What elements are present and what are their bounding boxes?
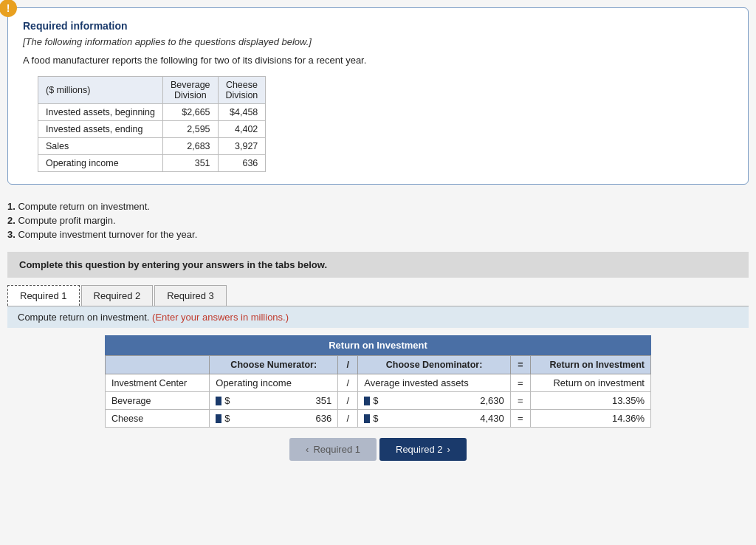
cheese-eq: = — [510, 410, 530, 428]
row-label: Invested assets, ending — [38, 121, 163, 138]
table-row: Invested assets, beginning $2,665 $4,458 — [38, 104, 266, 121]
beverage-divider: / — [338, 392, 358, 410]
tab-required-1[interactable]: Required 1 — [7, 285, 80, 306]
complete-banner: Complete this question by entering your … — [7, 252, 749, 278]
beverage-row: Beverage $ 351 / $ 2,630 — [106, 392, 651, 410]
question-3: 3. Compute investment turnover for the y… — [7, 229, 749, 240]
cheese-numerator-flag — [216, 414, 221, 423]
question-1: 1. Compute return on investment. — [7, 201, 749, 212]
beverage-denominator-dollar: $ — [373, 395, 378, 406]
tab-required-2[interactable]: Required 2 — [81, 285, 154, 306]
unit-label-header: ($ millions) — [38, 77, 163, 104]
roi-table-wrapper: Return on Investment Choose Numerator: /… — [105, 335, 651, 428]
cheese-value: 3,927 — [218, 138, 266, 155]
col-header-denominator: Choose Denominator: — [358, 356, 510, 374]
next-label: Required 2 — [396, 444, 443, 455]
beverage-denominator-flag — [364, 397, 370, 405]
beverage-numerator: $ 351 — [210, 392, 338, 410]
header-row-result: Return on investment — [530, 374, 650, 392]
cheese-denominator-value: 4,430 — [382, 413, 504, 424]
prev-label: Required 1 — [313, 444, 360, 455]
tabs-container: Required 1 Required 2 Required 3 — [7, 278, 749, 306]
roi-header-row: Investment Center Operating income / Ave… — [106, 374, 651, 392]
col-header-label — [106, 356, 210, 374]
cheese-divider: / — [338, 410, 358, 428]
row-label: Operating income — [38, 155, 163, 172]
cheese-numerator: $ 636 — [210, 410, 338, 428]
beverage-division-header: BeverageDivision — [163, 77, 219, 104]
warning-icon: ! — [0, 0, 17, 17]
row-label: Invested assets, beginning — [38, 104, 163, 121]
table-row: Invested assets, ending 2,595 4,402 — [38, 121, 266, 138]
question-2: 2. Compute profit margin. — [7, 215, 749, 226]
cheese-value: $4,458 — [218, 104, 266, 121]
beverage-numerator-flag — [216, 397, 221, 405]
header-row-denominator: Average invested assets — [358, 374, 510, 392]
beverage-denominator: $ 2,630 — [358, 392, 510, 410]
roi-section: Return on Investment Choose Numerator: /… — [7, 328, 749, 428]
beverage-value: 2,683 — [163, 138, 219, 155]
info-desc: A food manufacturer reports the followin… — [23, 55, 733, 66]
next-button[interactable]: Required 2 › — [379, 438, 467, 461]
beverage-numerator-dollar: $ — [224, 395, 230, 406]
beverage-eq: = — [510, 392, 530, 410]
beverage-denominator-value: 2,630 — [382, 395, 504, 406]
table-row: Operating income 351 636 — [38, 155, 266, 172]
cheese-value: 636 — [218, 155, 266, 172]
next-icon: › — [447, 444, 450, 455]
questions-section: 1. Compute return on investment. 2. Comp… — [7, 198, 749, 252]
beverage-value: $2,665 — [163, 104, 219, 121]
beverage-label: Beverage — [106, 392, 210, 410]
cheese-numerator-dollar: $ — [224, 413, 230, 424]
info-box: ! Required information [The following in… — [7, 7, 749, 185]
col-header-numerator: Choose Numerator: — [210, 356, 338, 374]
beverage-numerator-value: 351 — [233, 395, 332, 406]
cheese-row: Cheese $ 636 / $ 4,430 — [106, 410, 651, 428]
beverage-value: 351 — [163, 155, 219, 172]
header-row-label: Investment Center — [106, 374, 210, 392]
cheese-numerator-value: 636 — [233, 413, 332, 424]
tab-required-3[interactable]: Required 3 — [154, 285, 227, 306]
roi-table: Choose Numerator: / Choose Denominator: … — [105, 355, 651, 428]
cheese-division-header: CheeseDivision — [218, 77, 266, 104]
col-header-div: / — [338, 356, 358, 374]
table-row: Sales 2,683 3,927 — [38, 138, 266, 155]
roi-title: Return on Investment — [105, 335, 651, 355]
data-table: ($ millions) BeverageDivision CheeseDivi… — [38, 76, 266, 172]
col-header-eq: = — [510, 356, 530, 374]
cheese-value: 4,402 — [218, 121, 266, 138]
prev-icon: ‹ — [306, 444, 309, 455]
beverage-result: 13.35% — [530, 392, 650, 410]
beverage-value: 2,595 — [163, 121, 219, 138]
info-subtitle: [The following information applies to th… — [23, 36, 733, 47]
cheese-result: 14.36% — [530, 410, 650, 428]
instruction-highlight: (Enter your answers in millions.) — [152, 312, 289, 323]
sub-instruction: Compute return on investment. (Enter you… — [7, 306, 749, 328]
cheese-denominator-dollar: $ — [373, 413, 378, 424]
nav-buttons: ‹ Required 1 Required 2 › — [7, 428, 749, 471]
col-header-result: Return on Investment — [530, 356, 650, 374]
cheese-denominator: $ 4,430 — [358, 410, 510, 428]
info-title: Required information — [23, 20, 733, 32]
prev-button[interactable]: ‹ Required 1 — [289, 438, 377, 461]
header-row-eq: = — [510, 374, 530, 392]
header-row-numerator: Operating income — [210, 374, 338, 392]
row-label: Sales — [38, 138, 163, 155]
cheese-denominator-flag — [364, 414, 370, 423]
header-row-div: / — [338, 374, 358, 392]
cheese-label: Cheese — [106, 410, 210, 428]
